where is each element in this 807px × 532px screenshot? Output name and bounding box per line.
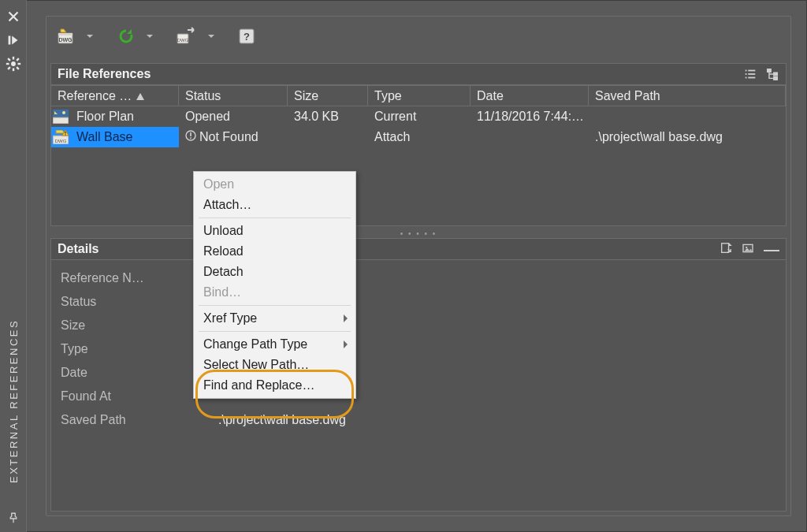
svg-rect-19 bbox=[746, 73, 747, 75]
col-header-type[interactable]: Type bbox=[368, 86, 470, 106]
panel-wrap: DWG DWG bbox=[27, 0, 807, 532]
menu-separator bbox=[199, 218, 351, 218]
cell-status-text: Not Found bbox=[199, 130, 258, 144]
cell-ref: Wall Base bbox=[70, 130, 179, 144]
svg-rect-17 bbox=[746, 70, 747, 72]
detail-label: Saved Path bbox=[61, 413, 218, 427]
file-references-rows: Floor Plan Opened 34.0 KB Current 11/18/… bbox=[50, 106, 787, 226]
tree-view-icon[interactable] bbox=[765, 67, 779, 81]
menu-separator bbox=[199, 305, 351, 306]
col-header-status[interactable]: Status bbox=[179, 86, 288, 106]
menu-unload[interactable]: Unload bbox=[194, 221, 355, 241]
detail-value: .\project\wall base.dwg bbox=[218, 413, 346, 427]
autohide-icon[interactable] bbox=[5, 32, 22, 49]
pin-icon[interactable] bbox=[0, 505, 27, 532]
detail-row-reference: Reference N… bbox=[61, 266, 776, 290]
svg-rect-18 bbox=[748, 70, 755, 72]
col-header-reference[interactable]: Reference … bbox=[51, 86, 179, 106]
svg-rect-24 bbox=[774, 73, 778, 76]
details-header: Details — bbox=[50, 238, 787, 260]
settings-gear-icon[interactable] bbox=[5, 55, 22, 73]
svg-text:DWG: DWG bbox=[55, 139, 67, 143]
col-header-path[interactable]: Saved Path bbox=[589, 86, 786, 106]
menu-change-path-type[interactable]: Change Path Type bbox=[194, 334, 355, 355]
cell-status: Not Found bbox=[179, 130, 288, 144]
menu-open: Open bbox=[194, 174, 355, 195]
table-row[interactable]: DWG Wall Base bbox=[51, 127, 786, 147]
menu-bind: Bind… bbox=[194, 282, 355, 303]
app-root: EXTERNAL REFERENCES DWG bbox=[0, 0, 807, 532]
help-button[interactable]: ? bbox=[235, 25, 258, 47]
menu-detach[interactable]: Detach bbox=[194, 262, 355, 282]
cell-path: .\project\wall base.dwg bbox=[589, 130, 786, 144]
menu-select-new-path[interactable]: Select New Path… bbox=[194, 355, 355, 375]
splitter-handle[interactable]: • • • • • bbox=[50, 230, 787, 236]
splitter-dots-icon: • • • • • bbox=[400, 229, 437, 238]
menu-xref-type[interactable]: Xref Type bbox=[194, 308, 355, 329]
cell-type: Current bbox=[368, 110, 470, 124]
svg-rect-20 bbox=[748, 73, 755, 75]
svg-line-8 bbox=[17, 58, 19, 61]
menu-xref-type-label: Xref Type bbox=[203, 311, 257, 326]
menu-attach[interactable]: Attach… bbox=[194, 195, 355, 215]
sort-asc-icon bbox=[136, 89, 144, 103]
attach-dropdown-caret-icon[interactable] bbox=[87, 35, 93, 38]
columns-header: Reference … Status Size Type Date Saved … bbox=[50, 85, 787, 106]
detail-row-status: Status bbox=[61, 290, 776, 314]
svg-rect-32 bbox=[65, 134, 65, 135]
svg-text:DWG: DWG bbox=[58, 37, 73, 43]
svg-rect-11 bbox=[58, 33, 73, 35]
panel-inner: DWG DWG bbox=[46, 16, 791, 516]
detail-row-type: Type bbox=[61, 337, 776, 361]
col-header-size[interactable]: Size bbox=[288, 86, 368, 106]
change-path-button[interactable]: DWG bbox=[173, 25, 200, 47]
detail-row-found: Found At bbox=[61, 385, 776, 408]
dwg-file-warning-icon: DWG bbox=[51, 130, 70, 144]
cell-ref: Floor Plan bbox=[70, 110, 179, 124]
refresh-button[interactable] bbox=[113, 25, 139, 47]
details-body: Reference N… Status Size Type Date Found… bbox=[50, 260, 787, 512]
table-row[interactable]: Floor Plan Opened 34.0 KB Current 11/18/… bbox=[51, 106, 786, 127]
panel-vertical-title: EXTERNAL REFERENCES bbox=[0, 299, 27, 504]
close-icon[interactable] bbox=[5, 8, 22, 25]
submenu-arrow-icon bbox=[344, 314, 348, 322]
collapse-icon[interactable]: — bbox=[764, 243, 779, 255]
cell-size: 34.0 KB bbox=[288, 110, 368, 124]
detail-row-size: Size bbox=[61, 314, 776, 337]
attach-dwg-button[interactable]: DWG bbox=[54, 25, 79, 47]
submenu-arrow-icon bbox=[344, 340, 348, 348]
menu-reload[interactable]: Reload bbox=[194, 241, 355, 262]
cell-status: Opened bbox=[179, 110, 288, 124]
svg-rect-0 bbox=[8, 36, 10, 45]
menu-find-replace[interactable]: Find and Replace… bbox=[194, 375, 355, 396]
open-file-icon[interactable] bbox=[720, 242, 734, 256]
svg-point-1 bbox=[11, 61, 16, 66]
detail-row-saved: Saved Path .\project\wall base.dwg bbox=[61, 408, 776, 432]
svg-rect-21 bbox=[746, 77, 747, 79]
cell-date: 11/18/2016 7:44:… bbox=[470, 110, 589, 124]
svg-rect-34 bbox=[190, 132, 192, 136]
change-path-caret-icon[interactable] bbox=[208, 35, 214, 38]
toolbar: DWG DWG bbox=[46, 16, 791, 57]
svg-line-9 bbox=[8, 67, 10, 69]
window-left-rail: EXTERNAL REFERENCES bbox=[0, 0, 27, 532]
svg-rect-23 bbox=[768, 69, 772, 73]
detail-row-date: Date bbox=[61, 361, 776, 385]
svg-text:?: ? bbox=[244, 31, 250, 43]
dwg-file-icon bbox=[51, 110, 70, 124]
svg-line-6 bbox=[8, 58, 10, 61]
refresh-dropdown-caret-icon[interactable] bbox=[147, 35, 153, 38]
menu-separator bbox=[199, 331, 351, 332]
svg-rect-35 bbox=[190, 137, 192, 139]
col-header-date[interactable]: Date bbox=[470, 86, 589, 106]
context-menu: Open Attach… Unload Reload Detach Bind… … bbox=[193, 171, 356, 399]
svg-point-27 bbox=[62, 111, 65, 114]
svg-line-7 bbox=[17, 67, 19, 69]
warning-icon bbox=[185, 130, 196, 144]
svg-rect-28 bbox=[53, 117, 69, 124]
details-title: Details bbox=[58, 242, 99, 256]
svg-point-39 bbox=[746, 247, 747, 248]
svg-rect-36 bbox=[722, 244, 729, 253]
list-view-icon[interactable] bbox=[743, 67, 757, 81]
preview-image-icon[interactable] bbox=[742, 242, 756, 256]
